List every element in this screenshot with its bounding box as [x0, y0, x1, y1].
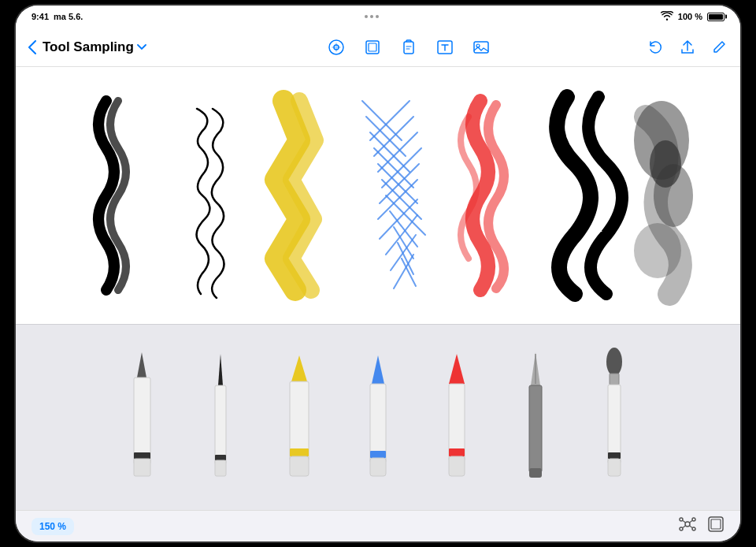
- svg-line-46: [683, 521, 686, 523]
- status-day: ma 5.6.: [54, 12, 83, 21]
- tool-brush[interactable]: [579, 346, 650, 488]
- svg-rect-22: [290, 448, 309, 456]
- toolbar-right: [647, 39, 728, 56]
- title-text: Tool Sampling: [43, 39, 134, 55]
- zoom-level[interactable]: 150 %: [32, 518, 74, 535]
- toolbar: Tool Sampling: [16, 28, 740, 67]
- status-time: 9:41: [32, 12, 49, 21]
- svg-line-48: [683, 526, 686, 528]
- battery-icon: [707, 13, 724, 21]
- status-right: 100 %: [661, 11, 724, 23]
- stroke-loop: [197, 109, 224, 298]
- tool-pencil[interactable]: [106, 346, 177, 488]
- svg-rect-14: [134, 452, 150, 459]
- strokes-area: [16, 67, 740, 324]
- svg-rect-13: [134, 378, 150, 464]
- svg-line-49: [690, 526, 693, 528]
- toolbar-center: [170, 39, 647, 56]
- svg-rect-51: [711, 519, 721, 529]
- status-left: 9:41 ma 5.6.: [32, 12, 83, 21]
- svg-marker-20: [291, 355, 307, 381]
- network-icon[interactable]: [679, 515, 696, 537]
- svg-marker-12: [137, 352, 146, 378]
- stroke-squiggle-thick: [98, 101, 126, 290]
- stroke-zigzag-yellow: [276, 101, 315, 290]
- toolbar-title: Tool Sampling: [43, 39, 146, 55]
- svg-marker-16: [218, 354, 223, 385]
- svg-rect-3: [369, 43, 376, 51]
- svg-rect-34: [529, 385, 542, 472]
- tool-fountain-pen[interactable]: [500, 346, 571, 488]
- canvas-area[interactable]: [16, 67, 740, 510]
- share-icon[interactable]: [679, 39, 696, 56]
- svg-rect-19: [215, 460, 226, 476]
- text-icon[interactable]: [436, 39, 454, 56]
- status-dot-1: [365, 15, 368, 18]
- svg-point-41: [685, 522, 690, 527]
- svg-rect-6: [474, 42, 488, 53]
- image-icon[interactable]: [472, 39, 490, 56]
- stroke-squiggle-large: [557, 97, 622, 294]
- ipad-frame: 9:41 ma 5.6. 100 %: [16, 6, 740, 541]
- svg-marker-28: [449, 354, 465, 384]
- battery-percentage: 100 %: [678, 12, 702, 21]
- edit-icon[interactable]: [710, 39, 728, 56]
- svg-rect-31: [449, 456, 465, 476]
- bottom-bar: 150 %: [16, 510, 740, 541]
- svg-rect-17: [215, 385, 226, 464]
- svg-rect-40: [608, 459, 621, 476]
- tool-blue-marker[interactable]: [343, 346, 413, 488]
- svg-line-47: [690, 521, 693, 523]
- status-dot-2: [370, 15, 373, 18]
- back-button[interactable]: [28, 40, 36, 54]
- svg-point-43: [692, 518, 695, 521]
- battery-fill: [709, 14, 723, 20]
- status-bar: 9:41 ma 5.6. 100 %: [16, 6, 740, 28]
- svg-point-42: [680, 518, 683, 521]
- stroke-crosshatch-blue: [362, 101, 425, 288]
- status-center: [365, 15, 379, 18]
- svg-rect-15: [134, 459, 150, 476]
- svg-rect-23: [290, 456, 309, 476]
- svg-marker-24: [372, 355, 384, 384]
- svg-rect-39: [608, 452, 621, 459]
- wifi-icon: [661, 11, 673, 23]
- title-chevron-icon[interactable]: [137, 42, 146, 53]
- svg-rect-4: [404, 42, 413, 54]
- tool-tray: [16, 324, 740, 510]
- svg-point-36: [606, 348, 622, 376]
- toolbar-left: Tool Sampling: [28, 39, 170, 55]
- svg-rect-35: [529, 468, 542, 478]
- svg-point-45: [692, 527, 695, 530]
- annotate-icon[interactable]: [328, 39, 345, 56]
- tool-red-marker[interactable]: [421, 346, 492, 488]
- bottom-right-icons: [679, 515, 724, 537]
- clipboard-icon[interactable]: [400, 39, 417, 56]
- svg-rect-26: [370, 451, 386, 458]
- tool-yellow-marker[interactable]: [264, 346, 335, 488]
- undo-icon[interactable]: [647, 39, 665, 56]
- svg-rect-18: [215, 455, 226, 460]
- stroke-scatter-red: [461, 101, 504, 290]
- status-dot-3: [376, 15, 379, 18]
- svg-rect-30: [449, 448, 465, 456]
- stroke-smear-dark: [634, 101, 693, 294]
- svg-rect-38: [608, 385, 621, 463]
- layout-icon[interactable]: [707, 515, 724, 537]
- layers-icon[interactable]: [364, 39, 381, 56]
- tool-fine-pen[interactable]: [185, 346, 256, 488]
- svg-rect-37: [610, 374, 619, 385]
- svg-point-44: [680, 527, 683, 530]
- svg-rect-27: [370, 458, 386, 476]
